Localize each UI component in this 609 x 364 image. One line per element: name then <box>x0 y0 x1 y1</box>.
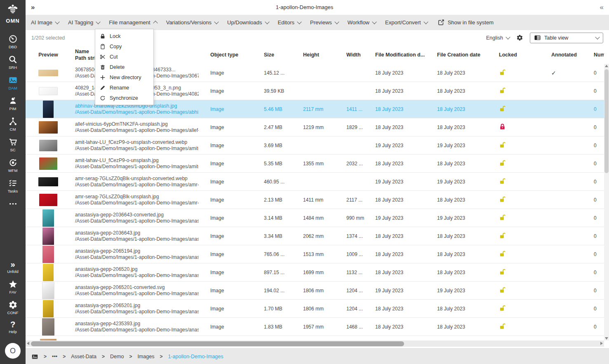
menu-previews[interactable]: Previews <box>310 19 339 26</box>
scroll-down-arrow-icon[interactable] <box>605 337 608 340</box>
preview-thumbnail[interactable] <box>43 264 54 281</box>
settings-gear-icon[interactable] <box>516 34 523 41</box>
context-menu-item-rename[interactable]: Rename <box>95 82 153 93</box>
scroll-up-arrow-icon[interactable] <box>605 65 608 67</box>
context-menu-item-lock[interactable]: Lock <box>95 31 153 41</box>
sidebar-item-tasks[interactable]: Tasks <box>0 176 26 196</box>
breadcrumb-item-demo[interactable]: Demo <box>110 354 124 359</box>
column-header-number[interactable]: Number <box>590 52 604 58</box>
column-header-modified[interactable]: File Modification d... <box>372 52 434 58</box>
table-row[interactable]: amit-lahav-LU_fCezP9-o-unsplash-converte… <box>26 136 604 155</box>
column-header-locked[interactable]: Locked <box>496 52 543 58</box>
table-row[interactable]: anastasiya-gepp-2036643.jpg/Asset-Data/D… <box>26 227 604 245</box>
sidebar-item-item[interactable] <box>0 196 26 211</box>
preview-thumbnail[interactable] <box>42 209 54 227</box>
preview-thumbnail[interactable] <box>38 70 58 76</box>
menu-workflow[interactable]: Workflow <box>348 19 376 26</box>
table-row[interactable]: anastasiya-gepp-2065201-converted.svg/As… <box>26 282 604 300</box>
sidebar-item-wfm[interactable]: WFM <box>0 155 26 176</box>
table-row[interactable]: amit-lahav-LU_fCezP9-o-unsplash.jpg/Asse… <box>26 155 604 173</box>
preview-thumbnail[interactable] <box>43 101 54 118</box>
lock-status-icon[interactable] <box>496 69 543 77</box>
lock-status-icon[interactable] <box>496 268 543 277</box>
sidebar-item-conf[interactable]: CONF <box>0 297 26 318</box>
scroll-right-arrow-icon[interactable] <box>600 342 603 345</box>
context-menu-item-delete[interactable]: Delete <box>95 62 153 72</box>
preview-thumbnail[interactable] <box>42 228 54 245</box>
sidebar-item-dam[interactable]: DAM <box>0 73 26 93</box>
preview-thumbnail[interactable] <box>38 177 58 186</box>
table-row[interactable]: anastasiya-gepp-2065201.jpg/Asset-Data/D… <box>26 300 604 318</box>
column-header-annotated[interactable]: Annotated <box>543 52 590 58</box>
menu-ai-tagging[interactable]: AI Tagging <box>68 19 100 26</box>
sidebar-item-help[interactable]: ?Help <box>0 318 26 337</box>
preview-thumbnail[interactable] <box>43 300 54 317</box>
table-row[interactable]: amr-serag-7GLsZZ0qBlk-unsplash.jpg/Asset… <box>26 191 604 209</box>
menu-export-convert[interactable]: Export/Convert <box>385 19 428 26</box>
column-header-size[interactable]: Size <box>261 52 300 58</box>
context-menu-item-copy[interactable]: Copy <box>95 41 153 52</box>
table-row[interactable]: allef-vinicius-6ypOmTNK2FA-unsplash.jpg/… <box>26 118 604 136</box>
preview-thumbnail[interactable] <box>42 318 54 336</box>
lock-status-icon[interactable] <box>496 323 543 331</box>
column-header-preview[interactable]: Preview <box>26 52 71 58</box>
sidebar-item-sc[interactable]: SC <box>0 134 26 155</box>
lock-status-icon[interactable] <box>496 105 543 113</box>
menu-ai-image[interactable]: AI Image <box>31 19 59 26</box>
user-avatar[interactable]: O <box>5 343 21 359</box>
view-mode-select[interactable]: Table view <box>530 33 603 43</box>
column-header-width[interactable]: Width <box>343 52 372 58</box>
lock-status-icon[interactable] <box>496 178 543 186</box>
column-header-object-type[interactable]: Object type <box>207 52 261 58</box>
sidebar-item-pim[interactable]: PIM <box>0 93 26 114</box>
breadcrumb-item-asset-data[interactable]: Asset-Data <box>71 354 96 359</box>
preview-thumbnail[interactable] <box>39 140 57 151</box>
breadcrumb-item-[interactable]: ••• <box>52 354 57 359</box>
preview-thumbnail[interactable] <box>42 246 54 263</box>
sidebar-item-fav[interactable]: FAV <box>0 277 26 297</box>
horizontal-scroll-thumb[interactable] <box>31 341 404 346</box>
vertical-scroll-thumb[interactable] <box>604 69 609 173</box>
table-row[interactable]: anastasiya-gepp-4382488.jpg <box>26 336 604 341</box>
lock-status-icon[interactable] <box>496 232 543 240</box>
sidebar-item-dbd[interactable]: DBD <box>0 31 26 52</box>
menu-editors[interactable]: Editors <box>278 19 301 26</box>
column-header-height[interactable]: Height <box>300 52 343 58</box>
preview-thumbnail[interactable] <box>39 194 57 206</box>
lock-status-icon[interactable] <box>496 305 543 313</box>
lock-status-icon[interactable] <box>496 196 543 204</box>
lock-status-icon[interactable] <box>496 250 543 258</box>
preview-thumbnail[interactable] <box>39 87 58 95</box>
menu-variations-versions[interactable]: Variations/Versions <box>166 19 218 26</box>
scroll-left-arrow-icon[interactable] <box>27 342 29 345</box>
context-menu-item-synchronize[interactable]: Synchronize <box>95 93 153 103</box>
lock-status-icon[interactable] <box>496 287 543 295</box>
breadcrumb-item-images[interactable]: Images <box>137 354 154 359</box>
horizontal-scrollbar[interactable] <box>26 341 604 347</box>
sidebar-item-cm[interactable]: CM <box>0 114 26 134</box>
picture-icon[interactable] <box>31 353 38 360</box>
language-selector[interactable]: English <box>486 35 510 41</box>
table-row[interactable]: anastasiya-gepp-4235393.jpg/Asset-Data/D… <box>26 318 604 336</box>
preview-thumbnail[interactable] <box>42 282 54 299</box>
sidebar-item-srh[interactable]: SRH <box>0 52 26 73</box>
omn-logo[interactable]: OMN <box>0 0 26 24</box>
menu-file-management[interactable]: File management <box>109 19 157 26</box>
column-header-created[interactable]: File Creation date <box>434 52 496 58</box>
context-menu-item-new-directory[interactable]: New directory <box>95 72 153 82</box>
table-row[interactable]: anastasiya-gepp-2065194.jpg/Asset-Data/D… <box>26 245 604 263</box>
table-row[interactable]: anastasiya-gepp-2036643-converted.jpg/As… <box>26 209 604 227</box>
collapse-panel-icon[interactable]: « <box>600 3 604 12</box>
breadcrumb-item-1-apollon-demo-images[interactable]: 1-apollon-Demo-Images <box>168 354 223 359</box>
lock-status-icon[interactable] <box>496 141 543 150</box>
table-row[interactable]: amr-serag-7GLsZZ0qBlk-unsplash-converted… <box>26 173 604 191</box>
sidebar-item-unfold[interactable]: »Unfold <box>0 258 26 277</box>
menu-up-downloads[interactable]: Up/Downloads <box>227 19 269 26</box>
lock-status-icon[interactable] <box>496 87 543 95</box>
show-in-file-system-button[interactable]: Show in file system <box>437 19 494 26</box>
lock-status-icon[interactable] <box>496 214 543 222</box>
context-menu-item-cut[interactable]: Cut <box>95 52 153 62</box>
table-row[interactable]: anastasiya-gepp-206520.jpg/Asset-Data/De… <box>26 263 604 282</box>
lock-status-icon[interactable] <box>496 123 543 132</box>
vertical-scrollbar[interactable] <box>604 64 609 341</box>
